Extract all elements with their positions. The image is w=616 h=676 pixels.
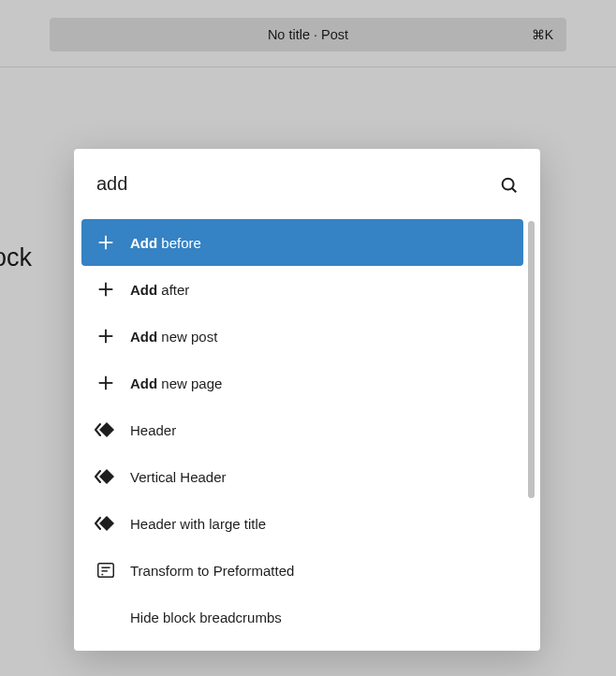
command-palette-item-label: Vertical Header xyxy=(130,469,227,485)
header-icon xyxy=(95,512,117,535)
command-palette-item-label: Add before xyxy=(130,235,201,251)
command-palette-item-label: Transform to Preformatted xyxy=(130,563,294,579)
command-palette-item[interactable]: Header xyxy=(81,406,523,453)
scrollbar-track[interactable] xyxy=(528,221,535,645)
plus-icon xyxy=(95,372,117,394)
command-palette-item[interactable]: Header with large title xyxy=(81,500,523,547)
command-palette-item[interactable]: Add new post xyxy=(81,313,523,360)
command-palette-input[interactable] xyxy=(96,173,518,195)
command-palette-search-row xyxy=(74,149,540,219)
preformatted-icon xyxy=(95,559,117,581)
plus-icon xyxy=(95,325,117,347)
command-palette-results-wrap: Add beforeAdd afterAdd new postAdd new p… xyxy=(74,219,540,651)
command-palette-item[interactable]: Vertical Header xyxy=(81,453,523,500)
command-palette-item-label: Add new page xyxy=(130,375,222,391)
command-palette-item[interactable]: Add before xyxy=(81,219,523,266)
command-palette-item[interactable]: Add new page xyxy=(81,360,523,406)
command-palette-item[interactable]: Hide block breadcrumbs xyxy=(81,594,523,640)
plus-icon xyxy=(95,231,117,254)
command-palette-item-label: Add new post xyxy=(130,329,217,345)
scrollbar-thumb[interactable] xyxy=(528,221,535,498)
search-icon xyxy=(499,175,520,199)
svg-rect-10 xyxy=(98,564,114,578)
header-icon xyxy=(95,419,117,441)
command-palette-item-label: Hide block breadcrumbs xyxy=(130,610,282,625)
command-palette-item-label: Add after xyxy=(130,282,189,298)
header-icon xyxy=(95,465,117,488)
command-palette-item[interactable]: Add after xyxy=(81,266,523,313)
svg-line-1 xyxy=(512,188,516,192)
svg-point-0 xyxy=(503,179,514,190)
command-palette-item-label: Header with large title xyxy=(130,516,266,532)
command-palette-item[interactable]: Transform to Preformatted xyxy=(81,547,523,594)
plus-icon xyxy=(95,278,117,301)
command-palette-item-label: Header xyxy=(130,422,176,438)
command-palette-results: Add beforeAdd afterAdd new postAdd new p… xyxy=(81,219,523,651)
command-palette: Add beforeAdd afterAdd new postAdd new p… xyxy=(74,149,540,651)
